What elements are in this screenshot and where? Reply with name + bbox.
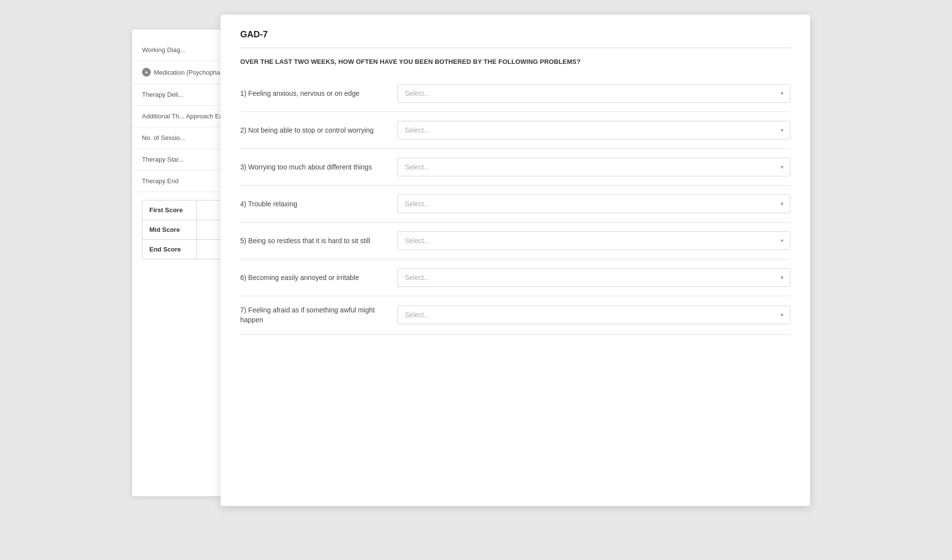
additional-th-label: Additional Th... Approach Ex... xyxy=(142,112,228,120)
no-of-sessio-label: No. of Sessio... xyxy=(142,134,185,141)
question-text-7: 7) Feeling afraid as if something awful … xyxy=(240,305,378,325)
question-select-4[interactable]: Select...Not at allSeveral daysMore than… xyxy=(397,195,790,213)
therapy-end-label: Therapy End xyxy=(142,177,178,185)
select-wrapper-5: Select...Not at allSeveral daysMore than… xyxy=(397,231,790,250)
select-wrapper-3: Select...Not at allSeveral daysMore than… xyxy=(397,158,790,176)
select-wrapper-4: Select...Not at allSeveral daysMore than… xyxy=(397,195,790,213)
end-score-label: End Score xyxy=(142,240,196,259)
select-wrapper-1: Select...Not at allSeveral daysMore than… xyxy=(397,84,790,103)
page-wrapper: Working Diag... ✦ Medication (Psychophar… xyxy=(132,15,820,545)
question-select-3[interactable]: Select...Not at allSeveral daysMore than… xyxy=(397,158,790,176)
main-card: GAD-7 OVER THE LAST TWO WEEKS, HOW OFTEN… xyxy=(221,15,810,506)
question-header: OVER THE LAST TWO WEEKS, HOW OFTEN HAVE … xyxy=(240,58,790,65)
question-row-3: 3) Worrying too much about different thi… xyxy=(240,149,790,186)
question-row-5: 5) Being so restless that it is hard to … xyxy=(240,223,790,259)
therapy-deli-label: Therapy Deli... xyxy=(142,91,184,98)
question-select-1[interactable]: Select...Not at allSeveral daysMore than… xyxy=(397,84,790,103)
question-row-1: 1) Feeling anxious, nervous or on edgeSe… xyxy=(240,75,790,112)
question-select-6[interactable]: Select...Not at allSeveral daysMore than… xyxy=(397,268,790,287)
question-text-2: 2) Not being able to stop or control wor… xyxy=(240,125,378,135)
question-text-6: 6) Becoming easily annoyed or irritable xyxy=(240,273,378,282)
question-row-4: 4) Trouble relaxingSelect...Not at allSe… xyxy=(240,186,790,223)
question-text-4: 4) Trouble relaxing xyxy=(240,199,378,209)
question-select-7[interactable]: Select...Not at allSeveral daysMore than… xyxy=(397,306,790,324)
question-text-5: 5) Being so restless that it is hard to … xyxy=(240,236,378,246)
question-row-6: 6) Becoming easily annoyed or irritableS… xyxy=(240,259,790,296)
medication-icon: ✦ xyxy=(142,68,151,77)
question-text-1: 1) Feeling anxious, nervous or on edge xyxy=(240,88,378,98)
select-wrapper-2: Select...Not at allSeveral daysMore than… xyxy=(397,121,790,140)
question-row-2: 2) Not being able to stop or control wor… xyxy=(240,112,790,149)
select-wrapper-7: Select...Not at allSeveral daysMore than… xyxy=(397,306,790,324)
question-row-7: 7) Feeling afraid as if something awful … xyxy=(240,296,790,335)
card-title: GAD-7 xyxy=(240,29,790,40)
question-select-2[interactable]: Select...Not at allSeveral daysMore than… xyxy=(397,121,790,140)
therapy-star-label: Therapy Star... xyxy=(142,156,184,163)
select-wrapper-6: Select...Not at allSeveral daysMore than… xyxy=(397,268,790,287)
working-diag-label: Working Diag... xyxy=(142,46,186,54)
question-text-3: 3) Worrying too much about different thi… xyxy=(240,162,378,172)
first-score-label: First Score xyxy=(142,200,196,220)
question-select-5[interactable]: Select...Not at allSeveral daysMore than… xyxy=(397,231,790,250)
mid-score-label: Mid Score xyxy=(142,220,196,239)
questions-container: 1) Feeling anxious, nervous or on edgeSe… xyxy=(240,75,790,335)
title-divider xyxy=(240,48,790,48)
